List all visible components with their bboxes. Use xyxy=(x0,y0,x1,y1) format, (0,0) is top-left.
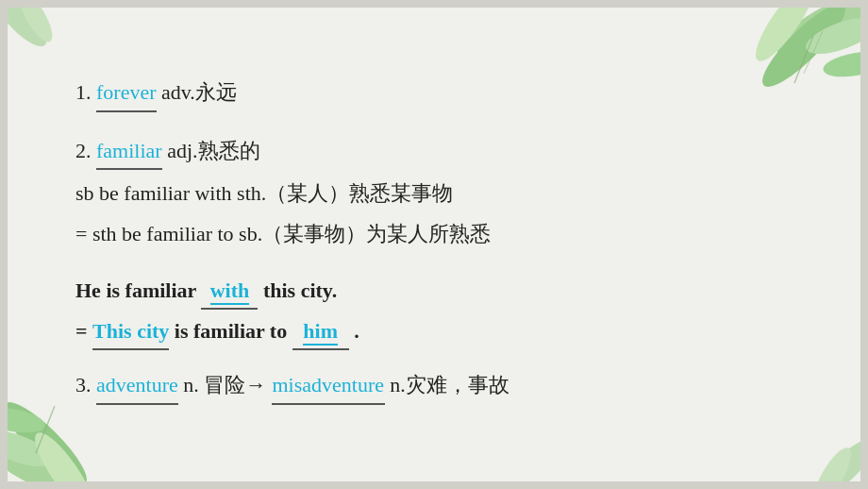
this-city-blank: This city xyxy=(92,313,169,350)
item-1-number: 1. xyxy=(75,80,92,104)
item-2-line2: sb be familiar with sth.（某人）熟悉某事物 xyxy=(75,176,793,211)
item-3-word2: misadventure xyxy=(272,373,384,396)
with-word: with xyxy=(210,278,250,305)
item-2-line1: 2. familiar adj.熟悉的 xyxy=(75,133,793,170)
item-2: 2. familiar adj.熟悉的 sb be familiar with … xyxy=(75,133,793,252)
familiar-example: He is familiar with this city. = This ci… xyxy=(75,273,793,351)
slide: 1. forever adv.永远 2. familiar adj.熟悉的 sb… xyxy=(0,0,868,489)
him-word: him xyxy=(303,319,338,346)
item-3-blank1: adventure xyxy=(96,367,178,404)
with-blank: with xyxy=(201,273,258,310)
he-line-end: this city. xyxy=(263,278,337,302)
item-2-text3: = sth be familiar to sb.（某事物）为某人所熟悉 xyxy=(75,222,491,245)
item-2-number: 2. xyxy=(75,139,92,162)
svg-point-11 xyxy=(8,403,47,437)
he-line: He is familiar with this city. xyxy=(75,273,793,310)
eq-end: . xyxy=(354,319,359,343)
svg-point-13 xyxy=(8,8,53,53)
item-2-blank: familiar xyxy=(96,133,162,170)
svg-point-10 xyxy=(26,426,102,481)
item-3-blank2: misadventure xyxy=(272,367,385,404)
eq-start: = xyxy=(75,319,88,343)
item-2-text2: sb be familiar with sth.（某人）熟悉某事物 xyxy=(75,181,453,205)
main-content: 1. forever adv.永远 2. familiar adj.熟悉的 sb… xyxy=(47,56,821,433)
he-line-start: He is familiar xyxy=(75,278,201,302)
svg-point-4 xyxy=(821,47,860,81)
item-2-line3: = sth be familiar to sb.（某事物）为某人所熟悉 xyxy=(75,216,793,251)
this-city-word: This city xyxy=(92,319,169,343)
svg-point-15 xyxy=(811,432,860,481)
item-2-rest1: adj.熟悉的 xyxy=(167,139,259,162)
eq-line: = This city is familiar to him . xyxy=(75,313,793,350)
item-3-end: n.灾难，事故 xyxy=(390,373,509,396)
svg-point-2 xyxy=(802,10,860,61)
item-1-blank: forever xyxy=(96,75,157,111)
item-3: 3. adventure n. 冒险→ misadventure n.灾难，事故 xyxy=(75,367,793,404)
item-1-word: forever xyxy=(96,80,157,104)
svg-point-16 xyxy=(807,443,858,481)
item-3-mid: n. 冒险→ xyxy=(183,373,266,396)
him-blank: him xyxy=(292,313,349,350)
item-3-word1: adventure xyxy=(96,373,178,396)
item-2-word: familiar xyxy=(96,139,162,162)
item-1: 1. forever adv.永远 xyxy=(75,75,793,111)
item-1-rest: adv.永远 xyxy=(161,80,237,104)
svg-point-14 xyxy=(13,8,58,46)
item-3-number: 3. xyxy=(75,373,92,396)
eq-mid: is familiar to xyxy=(175,319,292,343)
